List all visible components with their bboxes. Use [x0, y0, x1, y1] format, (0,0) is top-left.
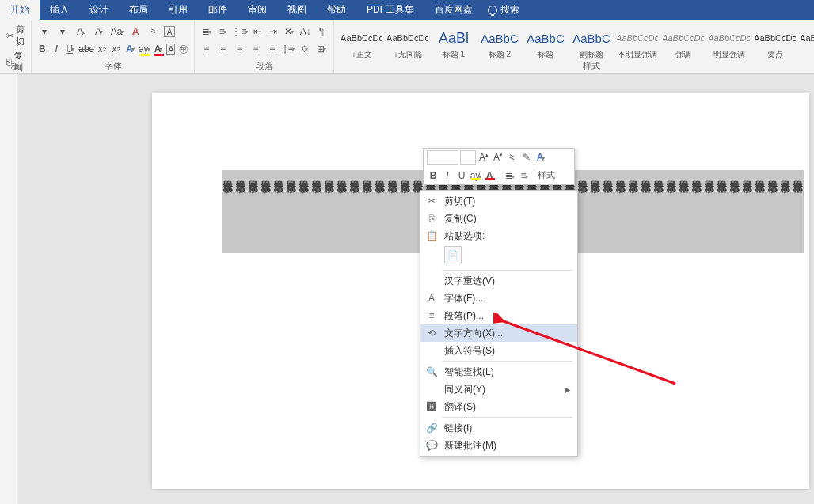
align-right-button[interactable]: ≡	[233, 41, 247, 57]
char-border-button[interactable]: A	[164, 26, 175, 37]
decrease-indent-button[interactable]: ⇤	[250, 24, 264, 40]
ctx-new-comment[interactable]: 💬新建批注(M)	[420, 437, 577, 454]
magnifier-icon: 🔍	[425, 366, 438, 378]
italic-button[interactable]: I	[51, 41, 63, 57]
ctx-insert-symbol[interactable]: 插入符号(S)	[420, 342, 577, 359]
tab-design[interactable]: 设计	[79, 0, 119, 20]
tab-help[interactable]: 帮助	[317, 0, 356, 20]
tab-baidu[interactable]: 百度网盘	[424, 0, 483, 20]
mini-font-color[interactable]: A▾	[484, 170, 496, 181]
superscript-button[interactable]: x2	[110, 41, 122, 57]
style-item-4[interactable]: AaBbC标题	[523, 23, 569, 62]
group-styles: AaBbCcDc↓正文AaBbCcDc↓无间隔AaBl标题 1AaBbC标题 2…	[334, 20, 814, 73]
mini-phonetic[interactable]: ⺀	[506, 151, 519, 165]
text-effect-button[interactable]: A▾	[124, 41, 136, 57]
shading-button[interactable]: ◊▾	[299, 41, 313, 57]
ctx-cut[interactable]: ✂剪切(T)	[420, 192, 577, 210]
ctx-hanzi-reselect[interactable]: 汉字重选(V)	[420, 272, 577, 290]
tab-layout[interactable]: 布局	[119, 0, 158, 20]
style-item-3[interactable]: AaBbC标题 2	[477, 23, 523, 62]
mini-bold[interactable]: B	[427, 170, 439, 181]
multilevel-button[interactable]: ⋮≡▾	[232, 24, 248, 40]
mini-italic[interactable]: I	[441, 170, 454, 181]
text-column: 甲虫课堂 字体横向	[678, 170, 690, 253]
left-margin-gutter	[0, 74, 17, 504]
mini-format-painter[interactable]: ✎	[520, 152, 533, 163]
ctx-translate[interactable]: 🅰翻译(S)	[420, 398, 577, 415]
bold-button[interactable]: B	[36, 41, 48, 57]
mini-underline[interactable]: U	[455, 170, 468, 181]
increase-indent-button[interactable]: ⇥	[266, 24, 280, 40]
phonetic-guide-button[interactable]: ⺀	[146, 24, 162, 40]
ctx-text-direction[interactable]: ⟲文字方向(X)...	[420, 324, 577, 342]
ctx-smart-lookup[interactable]: 🔍智能查找(L)	[420, 363, 577, 381]
mini-highlight[interactable]: ay▾	[470, 170, 482, 181]
clear-format-button[interactable]: A̷	[127, 24, 143, 40]
align-center-button[interactable]: ≡	[216, 41, 230, 57]
tab-mail[interactable]: 邮件	[198, 0, 238, 20]
paragraph-icon: ≡	[425, 309, 438, 322]
document-canvas[interactable]	[0, 74, 814, 504]
text-column: 甲虫课堂 字体横向	[323, 170, 336, 253]
ctx-copy[interactable]: ⎘复制(C)	[420, 210, 577, 227]
text-column: 甲虫课堂 字体横向	[792, 170, 804, 253]
mini-font-size[interactable]	[460, 150, 476, 165]
align-left-button[interactable]: ≡	[200, 41, 214, 57]
tab-pdf[interactable]: PDF工具集	[356, 0, 424, 20]
paste-keep-source[interactable]: 📄	[444, 246, 462, 263]
tell-me-search[interactable]: 搜索	[488, 3, 519, 17]
tab-home[interactable]: 开始	[0, 0, 40, 20]
ctx-font-dialog[interactable]: A字体(F)...	[420, 290, 577, 307]
enclose-char-button[interactable]: ㊥	[177, 41, 189, 57]
text-column: 甲虫课堂 字体横向	[779, 170, 792, 253]
sort-button[interactable]: A↓	[299, 24, 312, 40]
strike-button[interactable]: abc	[78, 41, 93, 57]
borders-button[interactable]: ⊞▾	[314, 41, 329, 57]
asian-layout-button[interactable]: ✕▾	[283, 24, 296, 40]
font-color-button[interactable]: A▾	[153, 41, 165, 57]
tab-insert[interactable]: 插入	[40, 0, 79, 20]
style-item-0[interactable]: AaBbCcDc↓正文	[339, 23, 385, 62]
style-item-5[interactable]: AaBbC副标题	[569, 23, 614, 62]
mini-text-effect[interactable]: A▾	[534, 152, 547, 163]
subscript-button[interactable]: x2	[97, 41, 108, 57]
ctx-link[interactable]: 🔗链接(I)	[420, 419, 577, 437]
ctx-synonym[interactable]: 同义词(Y)▶	[420, 381, 577, 398]
line-spacing-button[interactable]: ‡≡▾	[282, 41, 296, 57]
tab-view[interactable]: 视图	[277, 0, 317, 20]
numbering-button[interactable]: ≡▾	[215, 24, 229, 40]
tab-review[interactable]: 审阅	[238, 0, 277, 20]
style-item-1[interactable]: AaBbCcDc↓无间隔	[385, 23, 431, 62]
distribute-button[interactable]: ≡	[265, 41, 280, 57]
style-item-8[interactable]: AaBbCcDc明显强调	[706, 23, 752, 62]
style-item-10[interactable]: AaBbCcDc引	[798, 23, 814, 62]
highlight-color-button[interactable]: ay▾	[139, 41, 150, 57]
ctx-paragraph-dialog[interactable]: ≡段落(P)...	[420, 307, 577, 324]
char-shading-button[interactable]: A	[166, 44, 175, 55]
style-item-9[interactable]: AaBbCcDc要点	[752, 23, 798, 62]
text-column: 甲虫课堂 字体横向	[652, 170, 665, 253]
font-name-dropdown[interactable]: ▾	[36, 24, 52, 40]
mini-font-name[interactable]	[427, 150, 458, 165]
cut-button[interactable]: ✂剪切	[5, 23, 26, 48]
scissors-icon: ✂	[425, 195, 438, 207]
mini-styles-button[interactable]: 样式	[538, 169, 555, 181]
style-item-2[interactable]: AaBl标题 1	[431, 23, 477, 62]
bullets-button[interactable]: ≣▾	[200, 24, 213, 40]
mini-shrink-font[interactable]: A▾	[492, 152, 504, 163]
mini-grow-font[interactable]: A▴	[477, 152, 490, 163]
font-size-dropdown[interactable]: ▾	[55, 24, 70, 40]
justify-button[interactable]: ≡	[249, 41, 263, 57]
text-column: 甲虫课堂 字体横向	[348, 170, 361, 253]
text-column: 甲虫课堂 字体横向	[602, 170, 614, 253]
underline-button[interactable]: U▾	[65, 41, 77, 57]
tab-reference[interactable]: 引用	[158, 0, 198, 20]
change-case-button[interactable]: Aa▾	[109, 24, 125, 40]
style-item-7[interactable]: AaBbCcDc强调	[660, 23, 706, 62]
style-item-6[interactable]: AaBbCcDc不明显强调	[614, 23, 660, 62]
show-marks-button[interactable]: ¶	[315, 24, 329, 40]
mini-numbering[interactable]: ≡▾	[518, 170, 531, 181]
shrink-font-button[interactable]: A▾	[91, 24, 107, 40]
mini-bullets[interactable]: ≣▾	[504, 170, 516, 181]
grow-font-button[interactable]: A▴	[73, 24, 89, 40]
